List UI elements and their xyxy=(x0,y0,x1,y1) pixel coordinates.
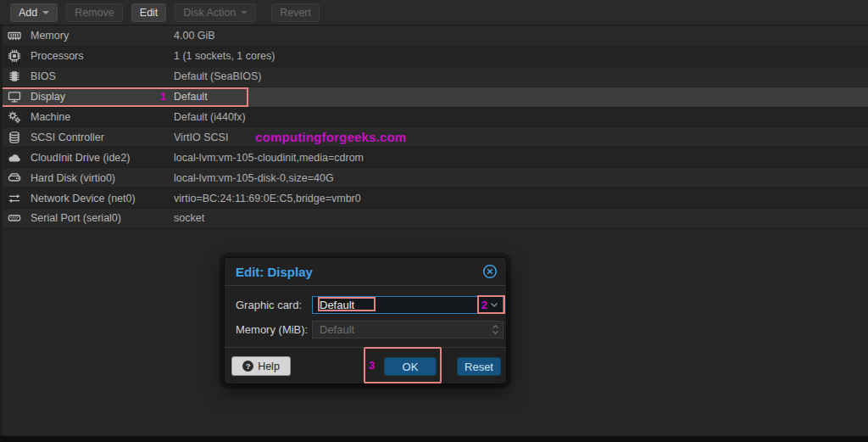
chevron-up-icon xyxy=(492,324,499,329)
help-button[interactable]: ? Help xyxy=(231,356,291,376)
annotation-step-1: 1 xyxy=(160,91,166,103)
hw-row-label: Hard Disk (virtio0) xyxy=(31,172,115,184)
graphic-card-label: Graphic card: xyxy=(236,296,310,314)
chevron-down-icon xyxy=(490,302,498,308)
hw-row-label: Serial Port (serial0) xyxy=(31,212,121,224)
combobox-trigger[interactable]: 2 xyxy=(474,297,503,313)
chevron-down-icon xyxy=(42,11,49,14)
dialog-title: Edit: Display xyxy=(236,265,313,279)
memory-mib-label: Memory (MiB): xyxy=(236,321,310,338)
disk-action-button[interactable]: Disk Action xyxy=(175,3,256,22)
proxmox-hardware-panel: Add Remove Edit Disk Action Revert Memor… xyxy=(0,0,868,442)
database-icon xyxy=(8,131,21,144)
revert-button-label: Revert xyxy=(280,7,311,19)
hw-row-value: virtio=BC:24:11:69:0E:C5,bridge=vmbr0 xyxy=(174,193,361,204)
display-icon xyxy=(8,90,21,104)
disk-action-button-label: Disk Action xyxy=(183,7,236,19)
hw-row-label: Machine xyxy=(31,111,70,123)
edit-button[interactable]: Edit xyxy=(131,3,167,22)
chevron-down-icon xyxy=(492,330,499,335)
bottom-strip xyxy=(0,436,868,442)
bios-chip-icon xyxy=(8,70,21,83)
memory-mib-spinner[interactable] xyxy=(312,321,504,338)
table-row-hard-disk[interactable]: Hard Disk (virtio0) local-lvm:vm-105-dis… xyxy=(0,168,868,188)
hw-row-label: Network Device (net0) xyxy=(31,193,136,204)
hw-row-value: Default (SeaBIOS) xyxy=(174,70,262,82)
table-row-bios[interactable]: BIOS Default (SeaBIOS) xyxy=(0,67,868,87)
hw-row-value: local-lvm:vm-105-cloudinit,media=cdrom xyxy=(174,152,364,164)
ok-button[interactable]: OK xyxy=(384,357,437,376)
hw-row-label: Processors xyxy=(31,50,84,62)
edit-display-dialog: Edit: Display Graphic card: 2 Memory (Mi… xyxy=(224,257,507,384)
help-button-label: Help xyxy=(258,361,280,372)
gears-icon xyxy=(8,110,21,124)
hw-row-label: Display xyxy=(31,91,65,103)
hw-row-value: VirtIO SCSI xyxy=(174,131,228,143)
toolbar: Add Remove Edit Disk Action Revert xyxy=(0,0,868,25)
question-circle-icon: ? xyxy=(242,361,253,372)
chevron-down-icon xyxy=(241,11,248,14)
hw-row-value: socket xyxy=(174,212,204,224)
annotation-step-2: 2 xyxy=(481,299,487,311)
spinner-buttons[interactable] xyxy=(492,322,499,338)
dialog-header: Edit: Display xyxy=(225,258,506,286)
hw-row-value: Default xyxy=(174,91,208,103)
hardware-table: Memory 4.00 GiB Processors 1 (1 sockets,… xyxy=(0,26,868,229)
cpu-icon xyxy=(8,49,21,63)
table-row-scsi-controller[interactable]: SCSI Controller VirtIO SCSI xyxy=(0,127,868,148)
remove-button-label: Remove xyxy=(75,7,114,19)
edit-button-label: Edit xyxy=(140,7,159,19)
remove-button[interactable]: Remove xyxy=(66,3,123,22)
add-button-label: Add xyxy=(19,7,37,19)
watermark-text: computingforgeeks.com xyxy=(255,130,406,144)
hw-row-value: 4.00 GiB xyxy=(174,30,215,42)
table-row-processors[interactable]: Processors 1 (1 sockets, 1 cores) xyxy=(0,47,868,67)
reset-button[interactable]: Reset xyxy=(457,357,501,376)
hw-row-value: Default (i440fx) xyxy=(174,111,246,123)
table-row-network-device[interactable]: Network Device (net0) virtio=BC:24:11:69… xyxy=(0,188,868,209)
serial-port-icon xyxy=(8,211,21,225)
hw-row-label: SCSI Controller xyxy=(31,131,104,143)
hw-row-label: CloudInit Drive (ide2) xyxy=(31,152,130,164)
hw-row-value: 1 (1 sockets, 1 cores) xyxy=(174,50,275,62)
revert-button[interactable]: Revert xyxy=(271,3,320,22)
cloud-icon xyxy=(8,151,21,165)
annotation-step-3: 3 xyxy=(369,359,375,372)
table-row-display[interactable]: Display Default 1 xyxy=(0,87,868,108)
hw-row-label: Memory xyxy=(31,30,69,42)
close-icon[interactable] xyxy=(482,264,498,279)
graphic-card-combobox[interactable]: 2 xyxy=(312,296,504,314)
hw-row-label: BIOS xyxy=(31,70,56,82)
table-row-cloudinit-drive[interactable]: CloudInit Drive (ide2) local-lvm:vm-105-… xyxy=(0,148,868,168)
exchange-arrows-icon xyxy=(8,192,21,205)
table-row-memory[interactable]: Memory 4.00 GiB xyxy=(0,26,868,47)
table-row-machine[interactable]: Machine Default (i440fx) xyxy=(0,108,868,128)
table-row-serial-port[interactable]: Serial Port (serial0) socket xyxy=(0,209,868,229)
add-button[interactable]: Add xyxy=(10,3,58,22)
memory-icon xyxy=(8,29,21,42)
memory-mib-input[interactable] xyxy=(313,322,503,338)
left-edge-divider xyxy=(0,25,3,442)
dialog-footer-divider xyxy=(225,347,506,348)
hdd-icon xyxy=(8,171,21,185)
hw-row-value: local-lvm:vm-105-disk-0,size=40G xyxy=(174,172,334,184)
